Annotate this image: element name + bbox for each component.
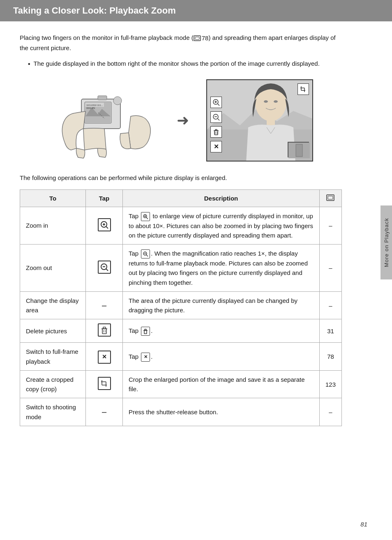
crop-icon — [98, 377, 111, 390]
svg-line-50 — [106, 269, 108, 271]
svg-point-18 — [274, 100, 278, 103]
bullet-point: The guide displayed in the bottom right … — [28, 59, 342, 69]
row-change-display-tap: – — [86, 291, 123, 319]
row-change-display-to: Change the display area — [20, 291, 86, 319]
svg-rect-1 — [195, 37, 199, 39]
row-delete-desc: Tap . — [123, 319, 320, 343]
svg-rect-0 — [194, 36, 201, 41]
intro-paragraph: Placing two fingers on the monitor in fu… — [20, 33, 342, 53]
row-zoom-in-desc: Tap to enlarge view of picture currently… — [123, 207, 320, 245]
row-crop-desc: Crop the enlarged portion of the image a… — [123, 370, 320, 398]
row-zoom-in-tap — [86, 207, 123, 245]
svg-rect-29 — [215, 129, 217, 131]
table-row: Zoom in Tap to enlarge view of picture c… — [20, 207, 342, 245]
table-header-tap: Tap — [86, 189, 123, 207]
svg-rect-37 — [296, 144, 302, 157]
row-fullframe-desc: Tap ✕. — [123, 343, 320, 371]
row-delete-to: Delete pictures — [20, 319, 86, 343]
page-number: 81 — [360, 521, 367, 528]
table-header-ref — [319, 189, 341, 207]
illustration-area: 10/11/2010 10:1... 0004.JPE ➜ — [20, 79, 342, 162]
svg-rect-9 — [98, 96, 107, 100]
svg-point-10 — [113, 97, 122, 105]
table-header-description: Description — [123, 189, 320, 207]
zoom-in-icon — [98, 218, 111, 231]
delete-icon — [98, 323, 111, 337]
table-header-to: To — [20, 189, 86, 207]
svg-text:0004.JPE: 0004.JPE — [86, 107, 95, 109]
preview-thumbnail — [288, 142, 309, 157]
svg-rect-61 — [145, 329, 146, 330]
svg-rect-54 — [102, 329, 106, 334]
preview-icons: ✕ — [210, 97, 222, 152]
sidebar-label: More on Playback — [383, 218, 390, 267]
row-shooting-ref: – — [319, 398, 341, 426]
svg-rect-56 — [103, 327, 106, 329]
row-crop-to: Create a cropped copy (crop) — [20, 370, 86, 398]
table-row: Delete pictures Tap . 31 — [20, 319, 342, 343]
header-bar: Taking a Closer Look: Playback Zoom — [0, 0, 392, 21]
svg-line-47 — [146, 217, 148, 219]
svg-line-23 — [218, 104, 219, 106]
preview-crop-icon[interactable] — [297, 83, 309, 95]
svg-text:10/11/2010 10:1...: 10/11/2010 10:1... — [86, 104, 103, 106]
table-row: Switch to full-frame playback ✕ Tap ✕. 7… — [20, 343, 342, 371]
row-fullframe-ref: 78 — [319, 343, 341, 371]
page-title: Taking a Closer Look: Playback Zoom — [13, 5, 176, 16]
hand-illustration: 10/11/2010 10:1... 0004.JPE — [48, 79, 159, 162]
camera-preview: ✕ — [206, 79, 313, 162]
row-crop-tap — [86, 370, 123, 398]
row-zoom-in-to: Zoom in — [20, 207, 86, 245]
row-zoom-out-desc: Tap . When the magnification ratio reach… — [123, 245, 320, 292]
svg-rect-39 — [328, 196, 333, 199]
row-delete-ref: 31 — [319, 319, 341, 343]
row-shooting-desc: Press the shutter-release button. — [123, 398, 320, 426]
preview-zoom-in-icon[interactable] — [210, 97, 222, 108]
operations-table: To Tap Description Zoom in Tap to enlarg… — [20, 189, 342, 426]
inline-zoom-out-icon — [141, 249, 150, 258]
preview-x-icon[interactable]: ✕ — [210, 141, 222, 152]
svg-line-53 — [146, 255, 148, 256]
table-row: Switch to shooting mode – Press the shut… — [20, 398, 342, 426]
svg-rect-27 — [214, 131, 218, 135]
row-zoom-in-ref: – — [319, 207, 341, 245]
main-content: Placing two fingers on the monitor in fu… — [0, 21, 362, 459]
row-delete-tap — [86, 319, 123, 343]
preview-zoom-out-icon[interactable] — [210, 111, 222, 123]
svg-line-26 — [218, 119, 219, 120]
svg-point-17 — [264, 100, 268, 103]
row-shooting-tap: – — [86, 398, 123, 426]
row-shooting-to: Switch to shooting mode — [20, 398, 86, 426]
svg-rect-59 — [144, 330, 147, 334]
row-change-display-ref: – — [319, 291, 341, 319]
row-crop-ref: 123 — [319, 370, 341, 398]
following-text: The following operations can be performe… — [20, 173, 342, 183]
x-icon: ✕ — [98, 351, 111, 364]
row-zoom-out-to: Zoom out — [20, 245, 86, 292]
row-zoom-out-ref: – — [319, 245, 341, 292]
table-row: Change the display area – The area of th… — [20, 291, 342, 319]
zoom-out-icon — [98, 261, 111, 274]
row-zoom-out-tap — [86, 245, 123, 292]
row-fullframe-to: Switch to full-frame playback — [20, 343, 86, 371]
row-fullframe-tap: ✕ — [86, 343, 123, 371]
preview-delete-icon[interactable] — [210, 126, 222, 138]
arrow-right: ➜ — [177, 112, 189, 129]
table-row: Zoom out Tap . When the magnification ra… — [20, 245, 342, 292]
inline-x-icon: ✕ — [141, 353, 150, 362]
table-row: Create a cropped copy (crop) Crop the en… — [20, 370, 342, 398]
svg-line-43 — [106, 226, 108, 228]
row-change-display-desc: The area of the picture currently displa… — [123, 291, 320, 319]
inline-zoom-in-icon — [141, 212, 150, 221]
inline-delete-icon — [141, 327, 150, 336]
sidebar-tab: More on Playback — [380, 205, 392, 279]
